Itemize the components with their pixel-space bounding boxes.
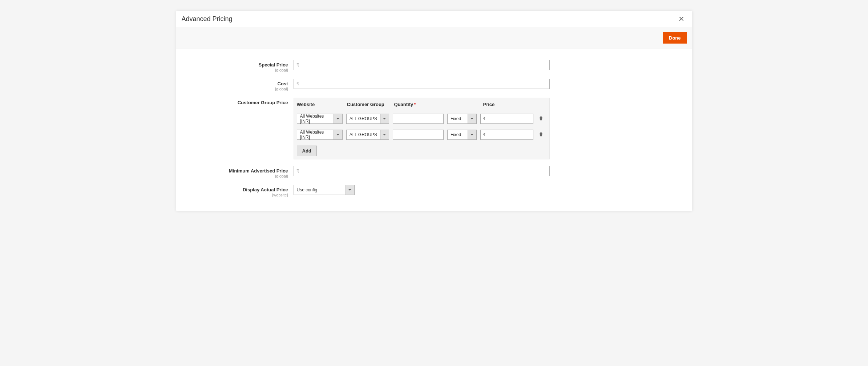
close-icon: ✕ <box>678 15 685 23</box>
header-price: Price <box>483 102 538 107</box>
quantity-input[interactable] <box>393 114 444 124</box>
group-select[interactable]: ALL GROUPS <box>346 114 389 124</box>
label-col: Customer Group Price <box>182 98 294 105</box>
display-actual-select[interactable]: Use config <box>294 185 355 195</box>
control-col: ₹ <box>294 60 550 70</box>
select-value: ALL GROUPS <box>346 114 380 124</box>
label-col: Special Price [global] <box>182 60 294 72</box>
close-button[interactable]: ✕ <box>676 15 687 23</box>
chevron-down-icon <box>468 114 477 124</box>
form-body: Special Price [global] ₹ Cost [global] ₹ <box>176 49 692 211</box>
price-input-wrap: ₹ <box>480 130 533 140</box>
tier-row: All Websites [INR] ALL GROUPS Fixed <box>294 127 549 143</box>
group-select[interactable]: ALL GROUPS <box>346 130 389 140</box>
chevron-down-icon <box>380 114 389 124</box>
select-value: Fixed <box>447 114 468 124</box>
input-wrap: ₹ <box>294 79 550 89</box>
chevron-down-icon <box>334 114 343 124</box>
tier-row: All Websites [INR] ALL GROUPS Fixed <box>294 111 549 127</box>
tier-header: Website Customer Group Quantity* Price <box>294 98 549 111</box>
control-col: ₹ <box>294 166 550 176</box>
required-star: * <box>414 102 416 107</box>
chevron-down-icon <box>346 185 355 195</box>
chevron-down-icon <box>334 130 343 140</box>
website-select[interactable]: All Websites [INR] <box>297 114 343 124</box>
add-row: Add <box>294 143 549 159</box>
price-input[interactable] <box>480 130 533 140</box>
scope-label: [global] <box>182 68 288 72</box>
header-website: Website <box>297 102 347 107</box>
select-value: All Websites [INR] <box>297 130 334 140</box>
done-button[interactable]: Done <box>663 32 687 44</box>
scope-label: [global] <box>182 174 288 178</box>
delete-row-button[interactable] <box>537 114 545 123</box>
select-value: Fixed <box>447 130 468 140</box>
modal-title: Advanced Pricing <box>182 15 233 23</box>
map-label: Minimum Advertised Price <box>229 168 288 174</box>
input-wrap: ₹ <box>294 60 550 70</box>
scope-label: [website] <box>182 193 288 197</box>
header-quantity: Quantity* <box>394 102 449 107</box>
chevron-down-icon <box>380 130 389 140</box>
cost-label: Cost <box>278 81 288 86</box>
trash-icon <box>538 132 544 137</box>
price-input-wrap: ₹ <box>480 114 533 124</box>
advanced-pricing-modal: Advanced Pricing ✕ Done Special Price [g… <box>176 11 692 211</box>
price-type-select[interactable]: Fixed <box>447 130 477 140</box>
select-value: Use config <box>294 185 346 195</box>
action-bar: Done <box>176 27 692 49</box>
control-col: Use config <box>294 185 550 195</box>
label-col: Display Actual Price [website] <box>182 185 294 197</box>
cost-row: Cost [global] ₹ <box>182 79 687 91</box>
scope-label: [global] <box>182 87 288 91</box>
input-wrap: ₹ <box>294 166 550 176</box>
select-value: ALL GROUPS <box>346 130 380 140</box>
label-col: Cost [global] <box>182 79 294 91</box>
modal-header: Advanced Pricing ✕ <box>176 11 692 27</box>
control-col: ₹ <box>294 79 550 89</box>
chevron-down-icon <box>468 130 477 140</box>
special-price-label: Special Price <box>259 62 288 68</box>
map-row: Minimum Advertised Price [global] ₹ <box>182 166 687 178</box>
header-price-type <box>449 102 483 107</box>
add-tier-button[interactable]: Add <box>297 146 317 156</box>
tier-price-label: Customer Group Price <box>238 100 288 105</box>
label-col: Minimum Advertised Price [global] <box>182 166 294 178</box>
control-col: Website Customer Group Quantity* Price A… <box>294 98 550 159</box>
cost-input[interactable] <box>294 79 550 89</box>
special-price-input[interactable] <box>294 60 550 70</box>
select-value: All Websites [INR] <box>297 114 334 124</box>
display-actual-row: Display Actual Price [website] Use confi… <box>182 185 687 197</box>
website-select[interactable]: All Websites [INR] <box>297 130 343 140</box>
delete-row-button[interactable] <box>537 130 545 139</box>
tier-price-row: Customer Group Price Website Customer Gr… <box>182 98 687 159</box>
tier-price-table: Website Customer Group Quantity* Price A… <box>294 98 550 159</box>
special-price-row: Special Price [global] ₹ <box>182 60 687 72</box>
price-type-select[interactable]: Fixed <box>447 114 477 124</box>
map-input[interactable] <box>294 166 550 176</box>
display-actual-label: Display Actual Price <box>243 187 288 192</box>
price-input[interactable] <box>480 114 533 124</box>
quantity-input[interactable] <box>393 130 444 140</box>
trash-icon <box>538 116 544 121</box>
header-group: Customer Group <box>347 102 394 107</box>
